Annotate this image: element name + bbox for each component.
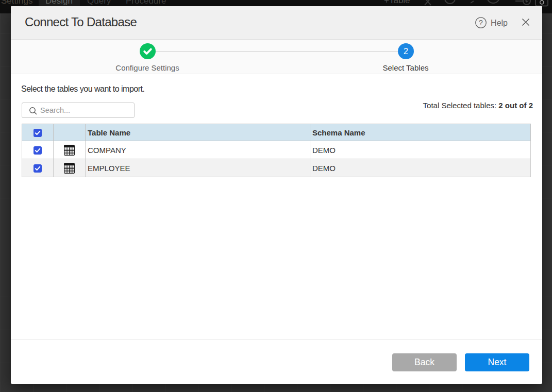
svg-text:?: ? (479, 19, 483, 27)
